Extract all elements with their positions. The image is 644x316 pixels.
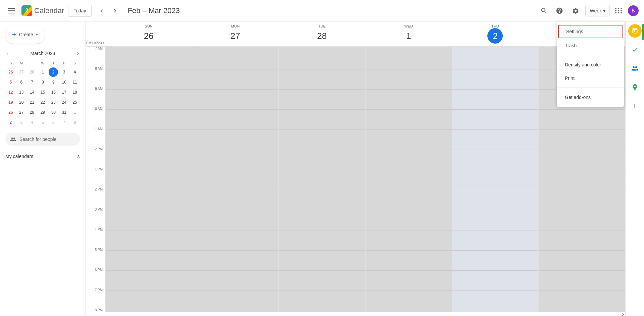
main-layout: + Create ▾ ‹ March 2023 › S M T W T F S: [0, 21, 644, 316]
mini-cal-day[interactable]: 14: [28, 88, 37, 97]
check-blue-icon[interactable]: [628, 43, 642, 56]
view-selector[interactable]: Week ▾: [585, 5, 610, 16]
create-button[interactable]: + Create ▾: [5, 25, 45, 44]
mini-cal-day[interactable]: 17: [59, 88, 69, 97]
day-header-tue: TUE 28: [279, 21, 365, 46]
mini-cal-day[interactable]: 12: [6, 88, 15, 97]
mini-cal-week-6: 2 3 4 5 6 7 8: [5, 117, 80, 127]
mini-cal-day[interactable]: 11: [70, 77, 79, 87]
help-button[interactable]: [553, 4, 566, 17]
time-label-1pm: 1 PM: [86, 167, 105, 188]
search-people-button[interactable]: Search for people: [5, 133, 80, 146]
mini-cal-day[interactable]: 4: [70, 67, 79, 77]
grid-col-tue[interactable]: [279, 47, 365, 312]
settings-button[interactable]: [569, 4, 583, 18]
mini-cal-day[interactable]: 26: [6, 108, 15, 117]
dropdown-density-item[interactable]: Density and color: [557, 58, 624, 71]
dropdown-trash-item[interactable]: Trash: [557, 39, 624, 52]
time-label-6pm: 6 PM: [86, 268, 105, 288]
calendar-area: GMT+05:30 SUN 26 MON 27 TUE 28: [86, 21, 625, 316]
mini-cal-day[interactable]: 8: [38, 77, 47, 87]
mini-cal-day[interactable]: 22: [38, 98, 47, 107]
mini-cal-day[interactable]: 10: [59, 77, 69, 87]
time-label-9am: 9 AM: [86, 87, 105, 107]
day-cols-headers: SUN 26 MON 27 TUE 28 WED 1: [105, 21, 625, 46]
mini-cal-day[interactable]: 15: [38, 88, 47, 97]
mini-cal-day[interactable]: 30: [49, 108, 58, 117]
dropdown-print-item[interactable]: Print: [557, 71, 624, 85]
maps-pin-icon[interactable]: [628, 81, 642, 94]
next-week-button[interactable]: [109, 5, 121, 17]
grid-col-wed[interactable]: [366, 47, 452, 312]
grid-col-thu[interactable]: [452, 47, 539, 312]
mini-cal-day[interactable]: 28: [28, 108, 37, 117]
mini-cal-day[interactable]: 19: [6, 98, 15, 107]
time-label-12pm: 12 PM: [86, 147, 105, 167]
dropdown-settings-item[interactable]: Settings: [558, 25, 623, 38]
mini-cal-day[interactable]: 6: [49, 118, 58, 127]
time-label-10am: 10 AM: [86, 107, 105, 127]
calendar-yellow-icon[interactable]: [628, 24, 642, 38]
search-button[interactable]: [538, 4, 550, 17]
mini-cal-day[interactable]: 1: [70, 108, 79, 117]
tz-label-container: GMT+05:30: [86, 21, 105, 46]
time-label-4pm: 4 PM: [86, 228, 105, 248]
mini-cal-day[interactable]: 5: [6, 77, 15, 87]
mini-cal-day-today[interactable]: 2: [49, 67, 58, 77]
mini-cal-prev-button[interactable]: ‹: [5, 49, 10, 58]
day-header-f: F: [59, 60, 69, 66]
mini-cal-day[interactable]: 7: [59, 118, 69, 127]
mini-cal-day[interactable]: 18: [70, 88, 79, 97]
prev-week-button[interactable]: [96, 5, 108, 17]
day-headers-container: GMT+05:30 SUN 26 MON 27 TUE 28: [86, 21, 625, 47]
apps-button[interactable]: [612, 5, 625, 16]
mini-cal-day[interactable]: 3: [17, 118, 26, 127]
mini-cal-day[interactable]: 5: [38, 118, 47, 127]
mini-cal-day[interactable]: 21: [28, 98, 37, 107]
avatar[interactable]: B: [628, 5, 639, 16]
nav-arrows: [96, 5, 121, 17]
mini-cal-day[interactable]: 27: [17, 67, 26, 77]
mini-cal-day[interactable]: 4: [28, 118, 37, 127]
mini-cal-next-button[interactable]: ›: [76, 49, 80, 58]
time-label-8pm: 8 PM: [86, 308, 105, 312]
mini-cal-day[interactable]: 2: [6, 118, 15, 127]
add-icon[interactable]: +: [628, 99, 642, 113]
dropdown-addons-item[interactable]: Get add-ons: [557, 91, 624, 104]
mini-cal-day[interactable]: 27: [17, 108, 26, 117]
people-icon[interactable]: [628, 62, 642, 75]
mini-cal-day[interactable]: 29: [38, 108, 47, 117]
mini-cal-day[interactable]: 20: [17, 98, 26, 107]
time-label-3pm: 3 PM: [86, 208, 105, 228]
calendar-logo-icon: 2: [21, 5, 32, 16]
header: 2 Calendar Today Feb – Mar 2023 Week ▾: [0, 0, 644, 21]
mini-cal-day[interactable]: 7: [28, 77, 37, 87]
today-button[interactable]: Today: [68, 5, 91, 17]
my-calendars-collapse-button[interactable]: ∧: [77, 154, 80, 159]
mini-cal-day[interactable]: 6: [17, 77, 26, 87]
mini-cal-day[interactable]: 3: [59, 67, 69, 77]
mini-cal-day[interactable]: 25: [70, 98, 79, 107]
mini-cal-day[interactable]: 13: [17, 88, 26, 97]
time-label-8am: 8 AM: [86, 67, 105, 87]
day-header-thu: THU 2: [452, 21, 538, 46]
mini-cal-week-4: 19 20 21 22 23 24 25: [5, 97, 80, 107]
mini-cal-day[interactable]: 24: [59, 98, 69, 107]
mini-cal-day[interactable]: 8: [70, 118, 79, 127]
mini-cal-day[interactable]: 28: [28, 67, 37, 77]
mini-cal-day[interactable]: 1: [38, 67, 47, 77]
mini-cal-day[interactable]: 23: [49, 98, 58, 107]
grid-col-sun[interactable]: [106, 47, 192, 312]
mini-cal-day[interactable]: 26: [6, 67, 15, 77]
day-header-t: T: [27, 60, 38, 66]
mini-cal-day[interactable]: 31: [59, 108, 69, 117]
menu-button[interactable]: [5, 5, 17, 16]
mini-cal-header: ‹ March 2023 ›: [5, 49, 80, 58]
date-range: Feb – Mar 2023: [128, 6, 180, 15]
mini-cal-day[interactable]: 16: [49, 88, 58, 97]
time-label-5pm: 5 PM: [86, 248, 105, 268]
day-header-s: S: [5, 60, 16, 66]
time-grid[interactable]: 7 AM 8 AM 9 AM 10 AM 11 AM 12 PM 1 PM 2 …: [86, 47, 625, 312]
mini-cal-day[interactable]: 9: [49, 77, 58, 87]
grid-col-mon[interactable]: [192, 47, 279, 312]
